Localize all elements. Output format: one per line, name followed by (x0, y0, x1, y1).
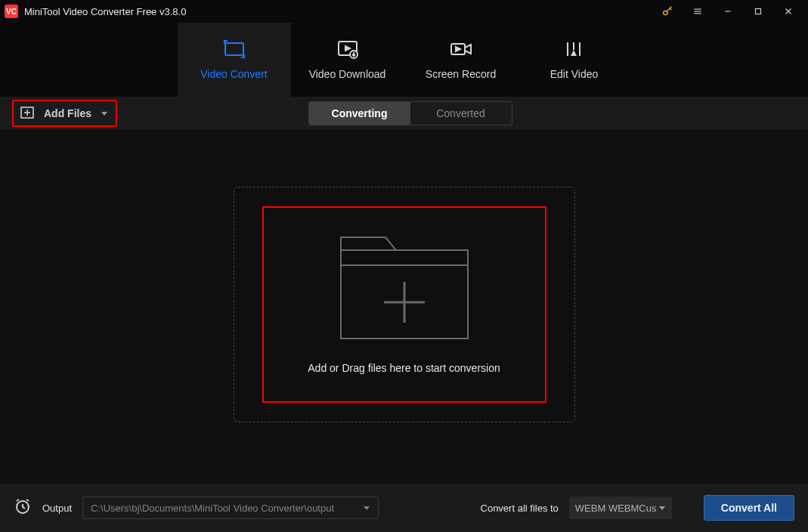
chevron-down-icon (101, 107, 108, 119)
tab-label: Screen Record (426, 68, 496, 80)
svg-rect-8 (225, 43, 243, 55)
record-icon (450, 39, 472, 59)
maximize-icon[interactable] (743, 0, 773, 23)
chevron-down-icon (363, 503, 370, 514)
tab-screen-record[interactable]: Screen Record (404, 23, 518, 97)
svg-marker-17 (101, 112, 107, 116)
tab-video-convert[interactable]: Video Convert (178, 23, 291, 97)
schedule-icon[interactable] (14, 497, 32, 518)
add-files-button[interactable]: Add Files (12, 100, 117, 127)
svg-marker-10 (345, 46, 350, 51)
tab-label: Video Convert (200, 68, 267, 80)
close-icon[interactable] (773, 0, 803, 23)
edit-icon (563, 39, 586, 59)
tab-converted[interactable]: Converted (410, 102, 512, 125)
output-format-value: WEBM WEBMCus (575, 503, 657, 514)
convert-all-button[interactable]: Convert All (704, 495, 794, 521)
output-label: Output (42, 503, 72, 514)
sub-toolbar: Add Files Converting Converted (0, 97, 808, 130)
svg-marker-24 (659, 506, 665, 510)
convert-loop-icon (223, 39, 246, 59)
dropzone[interactable]: Add or Drag files here to start conversi… (262, 206, 546, 403)
upgrade-key-icon[interactable] (652, 0, 683, 23)
tab-label: Video Download (309, 68, 386, 80)
menu-icon[interactable] (683, 0, 713, 23)
add-files-label: Add Files (44, 107, 91, 119)
chevron-down-icon (658, 503, 666, 514)
tab-edit-video[interactable]: Edit Video (518, 23, 631, 97)
output-path-text: C:\Users\bj\Documents\MiniTool Video Con… (91, 503, 334, 514)
tab-converting[interactable]: Converting (309, 102, 410, 125)
dropzone-outer: Add or Drag files here to start conversi… (234, 187, 575, 422)
app-title: MiniTool Video Converter Free v3.8.0 (24, 6, 186, 17)
add-file-icon (20, 106, 35, 122)
main-nav: Video Convert Video Download Screen Reco… (0, 23, 808, 97)
output-format-select[interactable]: WEBM WEBMCus (569, 496, 672, 519)
app-logo: VC (5, 5, 18, 18)
convert-all-to-label: Convert all files to (481, 503, 559, 514)
svg-rect-5 (756, 9, 761, 14)
dropzone-text: Add or Drag files here to start conversi… (308, 362, 500, 374)
minimize-icon[interactable] (713, 0, 743, 23)
tab-label: Edit Video (550, 68, 599, 80)
svg-marker-23 (364, 506, 370, 510)
footer-bar: Output C:\Users\bj\Documents\MiniTool Vi… (0, 484, 808, 532)
svg-marker-13 (456, 47, 460, 51)
titlebar: VC MiniTool Video Converter Free v3.8.0 (0, 0, 808, 23)
folder-plus-icon (339, 235, 470, 341)
main-area: Add or Drag files here to start conversi… (0, 130, 808, 484)
output-path-select[interactable]: C:\Users\bj\Documents\MiniTool Video Con… (82, 496, 379, 519)
svg-point-0 (664, 11, 667, 14)
tab-video-download[interactable]: Video Download (291, 23, 404, 97)
status-tabs: Converting Converted (308, 101, 512, 125)
download-icon (336, 39, 359, 59)
